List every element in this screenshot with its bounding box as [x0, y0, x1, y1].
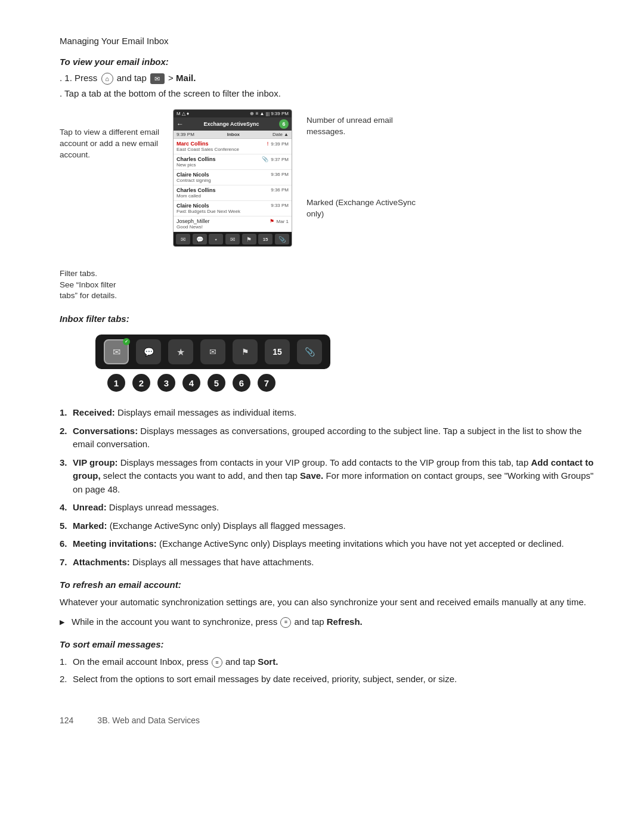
phone-toolbar: ← Exchange ActiveSync 6 — [174, 117, 292, 131]
filter-tab-3[interactable]: ★ — [168, 339, 193, 364]
circle-2: 2 — [132, 374, 150, 392]
filter-tab-2[interactable]: 💬 — [136, 339, 161, 364]
email-row-1[interactable]: Marc Collins ! 9:39 PM East Coast Sales … — [174, 139, 292, 154]
mail-box-icon: ✉ — [150, 73, 165, 84]
annotation-filter-tabs: Filter tabs. See “Inbox filter tabs” for… — [60, 268, 173, 302]
right-annotations: Number of unread email messages. Marked … — [306, 109, 426, 220]
filter-tab-7[interactable]: 📎 — [297, 339, 322, 364]
phone-screen: M △ ♦ ⊕ ≡ ▲ ||| 9:39 PM ← Exchange Activ… — [173, 109, 292, 247]
filter-desc-list: Received: Displays email messages as ind… — [60, 406, 596, 569]
subject-5: Fwd: Budgets Due Next Week — [177, 209, 289, 214]
filter-icon-6[interactable]: 15 — [258, 234, 273, 244]
screenshot-area: Tap to view a different email account or… — [60, 109, 596, 302]
filter-tab-4[interactable]: ✉ — [200, 339, 225, 364]
filter-tab-5[interactable]: ⚑ — [233, 339, 258, 364]
sender-2: Charles Collins — [177, 156, 216, 162]
email-row-5[interactable]: Claire Nicols 9:33 PM Fwd: Budgets Due N… — [174, 201, 292, 216]
subject-4: Mom called — [177, 193, 289, 199]
step2: Tap a tab at the bottom of the screen to… — [60, 88, 596, 98]
phone-subbar: 9:39 PM Inbox Date ▲ — [174, 131, 292, 139]
sender-1: Marc Collins — [177, 141, 209, 147]
inbox-time: 9:39 PM — [177, 132, 194, 137]
circle-5: 5 — [208, 374, 225, 392]
flag-1: ! — [267, 141, 269, 147]
subject-3: Contract signing — [177, 178, 289, 183]
left-annotations: Tap to view a different email account or… — [60, 109, 173, 302]
email-row-3[interactable]: Claire Nicols 9:36 PM Contract signing — [174, 170, 292, 185]
email-row-6[interactable]: Joseph_Miller ⚑ Mar 1 Good News! — [174, 216, 292, 232]
sort-step-2: Select from the options to sort email me… — [60, 673, 596, 686]
sort-steps: On the email account Inbox, press ≡ and … — [60, 655, 596, 686]
circle-3: 3 — [157, 374, 175, 392]
sort-step-1: On the email account Inbox, press ≡ and … — [60, 655, 596, 669]
desc-item-3: VIP group: Displays messages from contac… — [60, 456, 596, 497]
filter-icon-3[interactable]: ⋆ — [209, 234, 223, 244]
circle-6: 6 — [233, 374, 250, 392]
annotation-tap-view: Tap to view a different email account or… — [60, 127, 173, 161]
page-footer: 124 3B. Web and Data Services — [60, 716, 596, 725]
statusbar-left: M △ ♦ — [177, 111, 189, 116]
filter-tab-1[interactable]: ✉ ✓ — [104, 339, 129, 364]
desc-item-1: Received: Displays email messages as ind… — [60, 406, 596, 420]
footer-page-num: 124 — [60, 716, 73, 725]
annotation-unread: Number of unread email messages. — [306, 115, 426, 138]
filter-icon-7[interactable]: 📎 — [275, 234, 289, 244]
circle-1: 1 — [107, 374, 125, 392]
email-row-2[interactable]: Charles Collins 📎 9:37 PM New pics — [174, 154, 292, 170]
annotation-marked: Marked (Exchange ActiveSync only) — [306, 197, 426, 220]
time-3: 9:36 PM — [271, 172, 289, 178]
refresh-body: Whatever your automatic synchronization … — [60, 596, 596, 609]
filter-icon-2[interactable]: 💬 — [193, 234, 207, 244]
subject-6: Good News! — [177, 224, 289, 230]
desc-item-5: Marked: (Exchange ActiveSync only) Displ… — [60, 519, 596, 533]
statusbar-right: ⊕ ≡ ▲ ||| 9:39 PM — [250, 111, 289, 116]
attachment-icon-2: 📎 — [262, 156, 268, 162]
desc-item-7: Attachments: Displays all messages that … — [60, 556, 596, 569]
inbox-filter-tabs-heading: Inbox filter tabs: — [60, 314, 596, 324]
filter-tabs-section: Inbox filter tabs: ✉ ✓ 💬 ★ ✉ ⚑ 15 — [60, 314, 596, 394]
step1: 1. Press ⌂ and tap ✉ > Mail. — [60, 73, 596, 85]
step1-press: Press — [75, 73, 97, 83]
time-5: 9:33 PM — [271, 203, 289, 209]
filter-icon-1[interactable]: ✉ — [176, 234, 190, 244]
sort-heading: To sort email messages: — [60, 639, 596, 649]
mail-label: Mail. — [176, 73, 196, 83]
desc-item-4: Unread: Displays unread messages. — [60, 501, 596, 515]
refresh-and-tap: and tap Refresh. — [295, 617, 363, 627]
desc-item-6: Meeting invitations: (Exchange ActiveSyn… — [60, 537, 596, 551]
circle-7: 7 — [258, 374, 275, 392]
time-4: 9:36 PM — [271, 187, 289, 193]
sender-4: Charles Collins — [177, 187, 216, 193]
subject-1: East Coast Sales Conference — [177, 147, 289, 152]
flag-6: ⚑ — [270, 218, 274, 224]
refresh-bullet: While in the account you want to synchro… — [60, 615, 596, 629]
home-icon: ⌂ — [101, 73, 113, 85]
filter-tabs-icons-row: ✉ ✓ 💬 ★ ✉ ⚑ 15 📎 — [95, 335, 330, 369]
page-section-title: Managing Your Email Inbox — [60, 36, 596, 46]
view-inbox-heading: To view your email inbox: — [60, 57, 596, 67]
refresh-bullet-text: While in the account you want to synchro… — [72, 617, 280, 627]
filter-tab-6[interactable]: 15 — [265, 339, 290, 364]
phone-filter-bar: ✉ 💬 ⋆ ✉ ⚑ 15 📎 — [174, 232, 292, 246]
filter-icon-4[interactable]: ✉ — [225, 234, 240, 244]
menu-icon-inline: ≡ — [280, 617, 291, 628]
sender-6: Joseph_Miller — [177, 218, 210, 224]
time-2: 9:37 PM — [271, 157, 289, 162]
step1-and-tap: and tap — [117, 73, 149, 83]
phone-screenshot: M △ ♦ ⊕ ≡ ▲ ||| 9:39 PM ← Exchange Activ… — [173, 109, 298, 247]
phone-statusbar: M △ ♦ ⊕ ≡ ▲ ||| 9:39 PM — [174, 110, 292, 117]
circle-4: 4 — [182, 374, 200, 392]
account-name: Exchange ActiveSync — [203, 121, 259, 127]
subject-2: New pics — [177, 162, 289, 168]
footer-chapter: 3B. Web and Data Services — [97, 716, 200, 725]
sender-5: Claire Nicols — [177, 203, 209, 209]
back-btn[interactable]: ← — [177, 120, 184, 128]
sort-label: Date ▲ — [273, 132, 289, 137]
refresh-heading: To refresh an email account: — [60, 580, 596, 590]
email-row-4[interactable]: Charles Collins 9:36 PM Mom called — [174, 185, 292, 201]
time-1: 9:39 PM — [271, 141, 289, 147]
sort-menu-icon: ≡ — [212, 657, 222, 668]
filter-tab-numbers-row: 1 2 3 4 5 6 7 — [99, 374, 330, 392]
filter-icon-5[interactable]: ⚑ — [242, 234, 256, 244]
desc-item-2: Conversations: Displays messages as conv… — [60, 425, 596, 451]
